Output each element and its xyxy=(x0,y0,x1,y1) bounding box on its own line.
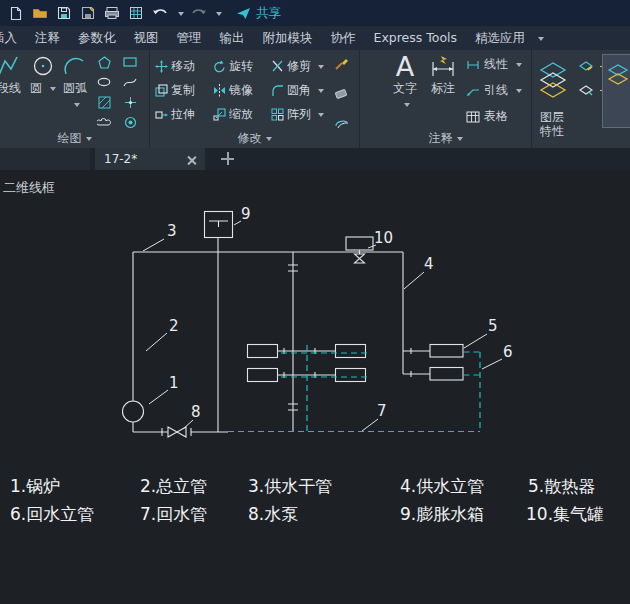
autocad-window: 共享 插入 注释 参数化 视图 管理 输出 附加模块 协作 Express To… xyxy=(0,0,630,604)
array-label: 阵列 xyxy=(287,106,311,123)
linear-dim-tool[interactable]: 线性 xyxy=(466,56,522,73)
close-tab-icon[interactable] xyxy=(187,155,196,164)
leader-dropdown-caret[interactable] xyxy=(516,89,522,96)
modify-tool-fillet[interactable]: 圆角 xyxy=(270,78,332,102)
plot-button[interactable] xyxy=(102,3,122,23)
ellipse-tool[interactable] xyxy=(96,74,112,90)
tab-collaborate[interactable]: 协作 xyxy=(322,26,365,50)
legend-item-supply-main: 3.供水干管 xyxy=(248,475,332,498)
dimension-tool[interactable]: 标注 xyxy=(426,52,460,97)
polygon-tool[interactable] xyxy=(96,54,112,70)
radiator-mid-top xyxy=(336,345,366,358)
text-tool-icon: A xyxy=(388,54,422,80)
label-return-riser: 6 xyxy=(503,343,513,361)
trim-dropdown-caret[interactable] xyxy=(318,65,324,72)
sheet-set-button[interactable] xyxy=(126,3,146,23)
modify-panel-caret xyxy=(266,137,272,144)
layer-freeze-button[interactable] xyxy=(578,82,594,98)
scale-icon xyxy=(212,107,226,121)
undo-button[interactable] xyxy=(150,3,170,23)
tab-insert[interactable]: 插入 xyxy=(0,26,26,50)
panel-layers: 图层 特性 xyxy=(532,50,630,148)
file-tab-active[interactable]: 17-2* xyxy=(95,148,205,170)
match-properties-button[interactable] xyxy=(334,56,349,75)
new-file-button[interactable] xyxy=(6,3,26,23)
spline-tool[interactable] xyxy=(122,74,138,90)
layer-panel-cut-button[interactable] xyxy=(602,54,630,128)
tab-view[interactable]: 视图 xyxy=(125,26,168,50)
modify-tool-mirror[interactable]: 镜像 xyxy=(212,78,270,102)
arc-dropdown-caret[interactable] xyxy=(74,103,80,110)
text-dropdown-caret[interactable] xyxy=(404,103,410,110)
modify-panel-footer[interactable]: 修改 xyxy=(150,130,359,147)
point-tool[interactable] xyxy=(122,94,138,110)
array-dropdown-caret[interactable] xyxy=(318,113,324,120)
save-button[interactable] xyxy=(54,3,74,23)
circle-tool[interactable]: 圆 xyxy=(26,52,60,97)
stretch-icon xyxy=(154,107,168,121)
radiator-left-bottom xyxy=(248,369,278,382)
legend-item-return-riser: 6.回水立管 xyxy=(10,503,94,526)
grid-sheet-icon xyxy=(129,6,143,20)
ribbon-options-caret[interactable] xyxy=(538,37,544,44)
layers-highlight-icon xyxy=(607,61,630,91)
redo-button[interactable] xyxy=(188,3,208,23)
tab-featured-apps[interactable]: 精选应用 xyxy=(466,26,534,50)
label-pump: 8 xyxy=(191,403,201,421)
tab-parametric[interactable]: 参数化 xyxy=(69,26,125,50)
polyline-icon xyxy=(0,54,26,80)
redo-dropdown-caret[interactable] xyxy=(216,12,222,19)
legend-item-radiator: 5.散热器 xyxy=(528,475,595,498)
erase-button[interactable] xyxy=(334,85,349,104)
leader-tool[interactable]: 引线 xyxy=(466,82,522,99)
circle-label: 圆 xyxy=(30,81,42,95)
circle-dropdown-caret[interactable] xyxy=(50,87,56,94)
modify-tool-scale[interactable]: 缩放 xyxy=(212,102,270,126)
panel-modify: 移动 旋转 修剪 复制 镜像 xyxy=(150,50,360,148)
annotation-panel-footer[interactable]: 注释 xyxy=(360,130,531,147)
tab-output[interactable]: 输出 xyxy=(211,26,254,50)
modify-tool-trim[interactable]: 修剪 xyxy=(270,54,332,78)
tab-annotate[interactable]: 注释 xyxy=(26,26,69,50)
linear-dropdown-caret[interactable] xyxy=(516,63,522,70)
leader-label: 引线 xyxy=(484,82,508,99)
tab-manage[interactable]: 管理 xyxy=(168,26,211,50)
layer-state-button[interactable] xyxy=(578,58,594,74)
donut-tool[interactable] xyxy=(122,114,138,130)
arc-tool[interactable]: 圆弧 xyxy=(58,52,92,111)
open-file-button[interactable] xyxy=(30,3,50,23)
rectangle-tool[interactable] xyxy=(122,54,138,70)
tab-addins[interactable]: 附加模块 xyxy=(254,26,322,50)
revision-cloud-tool[interactable] xyxy=(96,114,112,130)
layer-properties-button[interactable] xyxy=(538,58,568,110)
modify-tool-copy[interactable]: 复制 xyxy=(154,78,212,102)
hatch-tool[interactable] xyxy=(96,94,112,110)
tab-express-tools[interactable]: Express Tools xyxy=(365,26,467,50)
draw-panel-footer[interactable]: 绘图 xyxy=(0,130,149,147)
polyline-label: 段线 xyxy=(0,81,21,95)
modify-tool-rotate[interactable]: 旋转 xyxy=(212,54,270,78)
fillet-dropdown-caret[interactable] xyxy=(318,89,324,96)
radiator-left-top xyxy=(248,345,278,358)
text-tool[interactable]: A 文字 xyxy=(388,52,422,111)
modify-tool-move[interactable]: 移动 xyxy=(154,54,212,78)
ribbon-tab-bar: 插入 注释 参数化 视图 管理 输出 附加模块 协作 Express Tools… xyxy=(0,26,630,50)
drawing-canvas[interactable]: 二维线框 xyxy=(0,170,630,604)
modify-tool-stretch[interactable]: 拉伸 xyxy=(154,102,212,126)
file-tab-partial[interactable] xyxy=(0,148,90,170)
polyline-tool[interactable]: 段线 xyxy=(0,52,26,97)
undo-dropdown-caret[interactable] xyxy=(178,12,184,19)
heating-system-diagram: 1 2 3 4 5 6 7 8 9 10 xyxy=(0,170,630,604)
layer-edit-icon xyxy=(579,60,593,72)
mirror-icon xyxy=(212,83,226,97)
table-label: 表格 xyxy=(484,108,508,125)
arc-label: 圆弧 xyxy=(63,81,87,95)
array-icon xyxy=(270,107,284,121)
modify-tool-array[interactable]: 阵列 xyxy=(270,102,332,126)
label-air-collector: 10 xyxy=(374,229,393,247)
save-as-button[interactable] xyxy=(78,3,98,23)
share-button[interactable]: 共享 xyxy=(236,5,281,22)
radiator-right-top xyxy=(430,345,463,358)
new-tab-button[interactable] xyxy=(220,151,235,166)
table-tool[interactable]: 表格 xyxy=(466,108,522,125)
